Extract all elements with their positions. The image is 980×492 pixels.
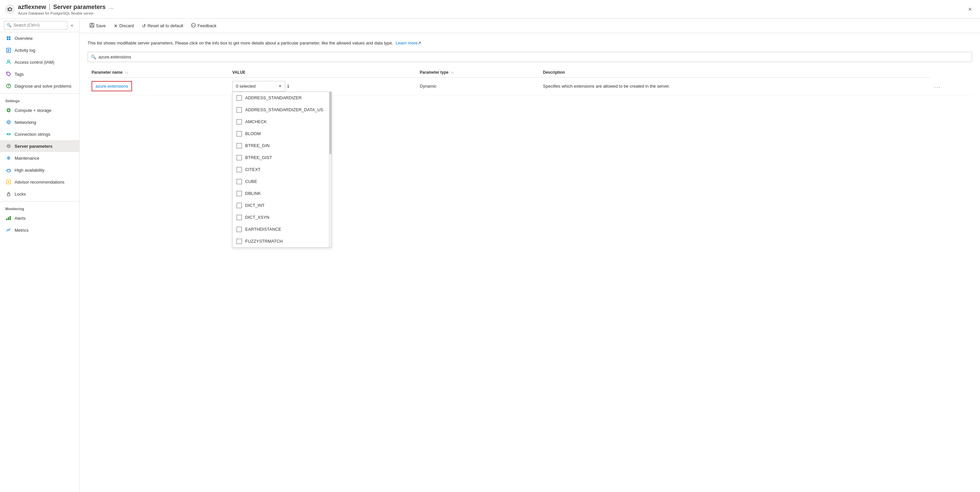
save-button[interactable]: Save [86, 21, 109, 30]
dropdown-item[interactable]: CUBE [232, 176, 329, 188]
dropdown-checkbox-earthdistance[interactable] [237, 227, 242, 232]
diagnose-label: Diagnose and solve problems [14, 84, 71, 89]
dropdown-item[interactable]: FUZZYSTRMATCH [232, 235, 329, 247]
sidebar-item-networking[interactable]: Networking [0, 116, 79, 128]
svg-rect-24 [7, 158, 10, 158]
param-type-sort-icon: ↑↓ [451, 71, 454, 74]
save-icon [89, 23, 94, 29]
dropdown-option-label: BTREE_GIST [245, 155, 272, 160]
dropdown-checkbox-dict_int[interactable] [237, 203, 242, 208]
sidebar-search-wrapper: 🔍 [4, 21, 67, 30]
sidebar-item-server-parameters[interactable]: Server parameters [0, 140, 79, 152]
dropdown-checkbox-cube[interactable] [237, 179, 242, 184]
dropdown-scrollbar-track[interactable] [329, 92, 331, 247]
close-button[interactable]: ✕ [966, 5, 975, 13]
param-search-icon: 🔍 [91, 54, 96, 59]
feedback-icon [191, 23, 196, 29]
title-ellipsis[interactable]: ... [109, 4, 113, 10]
chevron-down-icon: ▼ [278, 84, 282, 88]
dropdown-item[interactable]: BLOOM [232, 128, 329, 140]
title-bar-text: azflexnew | Server parameters ... Azure … [18, 3, 113, 15]
svg-point-22 [9, 133, 11, 135]
sidebar-search-input[interactable] [4, 21, 67, 30]
dropdown-item[interactable]: EARTHDISTANCE [232, 224, 329, 235]
resource-icon [5, 5, 14, 14]
sidebar-item-access-control[interactable]: Access control (IAM) [0, 56, 79, 68]
compute-storage-label: Compute + storage [14, 108, 51, 113]
sidebar-item-activity-log[interactable]: Activity log [0, 44, 79, 56]
high-availability-label: High availability [14, 168, 45, 173]
dropdown-checkbox-address_standardizer[interactable] [237, 95, 242, 101]
dropdown-checkbox-dblink[interactable] [237, 191, 242, 196]
dropdown-checkbox-fuzzystrmatch[interactable] [237, 239, 242, 244]
toolbar: Save ✕ Discard ↺ Reset all to default Fe… [80, 19, 980, 33]
sidebar-item-connection-strings[interactable]: Connection strings [0, 128, 79, 140]
dropdown-checkbox-address_standardizer_data_us[interactable] [237, 107, 242, 113]
svg-point-19 [8, 121, 10, 123]
diagnose-icon [5, 83, 12, 89]
dropdown-option-label: ADDRESS_STANDARDIZER [245, 95, 302, 100]
sidebar-item-diagnose[interactable]: Diagnose and solve problems [0, 80, 79, 92]
server-parameters-label: Server parameters [14, 144, 52, 149]
maintenance-label: Maintenance [14, 156, 39, 161]
param-search-wrapper: 🔍 [88, 52, 972, 62]
more-options-cell: ... [930, 77, 972, 95]
sidebar-item-maintenance[interactable]: Maintenance [0, 152, 79, 164]
dropdown-list-content: ADDRESS_STANDARDIZER ADDRESS_STANDARDIZE… [232, 92, 329, 247]
sidebar-item-metrics[interactable]: Metrics [0, 224, 79, 236]
sidebar-item-advisor[interactable]: Advisor recommendations [0, 176, 79, 188]
discard-button[interactable]: ✕ Discard [110, 22, 137, 30]
dropdown-item[interactable]: DICT_INT [232, 200, 329, 211]
svg-point-15 [8, 87, 9, 87]
svg-rect-32 [8, 217, 9, 220]
dropdown-item[interactable]: BTREE_GIST [232, 152, 329, 164]
param-table: Parameter name ↑↓ VALUE Parameter type ↑… [88, 67, 972, 95]
col-param-type[interactable]: Parameter type ↑↓ [416, 67, 539, 78]
dropdown-item[interactable]: AMCHECK [232, 116, 329, 128]
sidebar-search-row: 🔍 « [0, 19, 79, 32]
discard-icon: ✕ [114, 23, 118, 29]
svg-rect-4 [9, 37, 10, 38]
col-param-name[interactable]: Parameter name ↑↓ [88, 67, 228, 78]
param-search-input[interactable] [88, 52, 972, 62]
svg-rect-36 [91, 26, 93, 27]
sidebar-item-alerts[interactable]: Alerts [0, 212, 79, 224]
dropdown-item[interactable]: ADDRESS_STANDARDIZER_DATA_US [232, 104, 329, 116]
reset-icon: ↺ [142, 23, 146, 29]
dropdown-checkbox-bloom[interactable] [237, 131, 242, 136]
param-name-value[interactable]: azure.extensions [92, 81, 132, 91]
advisor-label: Advisor recommendations [14, 180, 64, 185]
dropdown-item[interactable]: BTREE_GIN [232, 140, 329, 152]
sidebar-item-overview[interactable]: Overview [0, 32, 79, 44]
dropdown-checkbox-citext[interactable] [237, 167, 242, 172]
sidebar-item-tags[interactable]: Tags [0, 68, 79, 80]
overview-icon [5, 35, 12, 42]
access-control-label: Access control (IAM) [14, 60, 54, 65]
monitoring-section-label: Monitoring [0, 201, 79, 212]
param-name-sort-icon: ↑↓ [125, 71, 128, 74]
page-title: Server parameters [53, 4, 105, 11]
reset-button[interactable]: ↺ Reset all to default [139, 22, 187, 30]
more-options-button[interactable]: ... [934, 83, 940, 89]
sidebar-item-high-availability[interactable]: High availability [0, 164, 79, 176]
maintenance-icon [5, 155, 12, 161]
sidebar-item-compute-storage[interactable]: Compute + storage [0, 104, 79, 116]
dropdown-checkbox-dict_xsyn[interactable] [237, 215, 242, 220]
dropdown-trigger[interactable]: 0 selected ▼ [232, 81, 285, 92]
dropdown-checkbox-amcheck[interactable] [237, 119, 242, 125]
info-icon[interactable]: ℹ [287, 84, 289, 89]
dropdown-item[interactable]: ADDRESS_STANDARDIZER [232, 92, 329, 104]
param-name-cell: azure.extensions [88, 77, 228, 95]
resource-subtitle: Azure Database for PostgreSQL flexible s… [18, 11, 113, 15]
sidebar-collapse-button[interactable]: « [69, 21, 75, 30]
dropdown-item[interactable]: DBLINK [232, 188, 329, 200]
feedback-button[interactable]: Feedback [188, 21, 220, 30]
dropdown-checkbox-btree_gist[interactable] [237, 155, 242, 160]
svg-rect-31 [6, 219, 7, 220]
learn-more-link[interactable]: Learn more [396, 40, 418, 45]
svg-point-23 [8, 145, 10, 147]
dropdown-checkbox-btree_gin[interactable] [237, 143, 242, 149]
dropdown-item[interactable]: CITEXT [232, 164, 329, 176]
dropdown-item[interactable]: DICT_XSYN [232, 211, 329, 224]
sidebar-item-locks[interactable]: Locks [0, 188, 79, 200]
